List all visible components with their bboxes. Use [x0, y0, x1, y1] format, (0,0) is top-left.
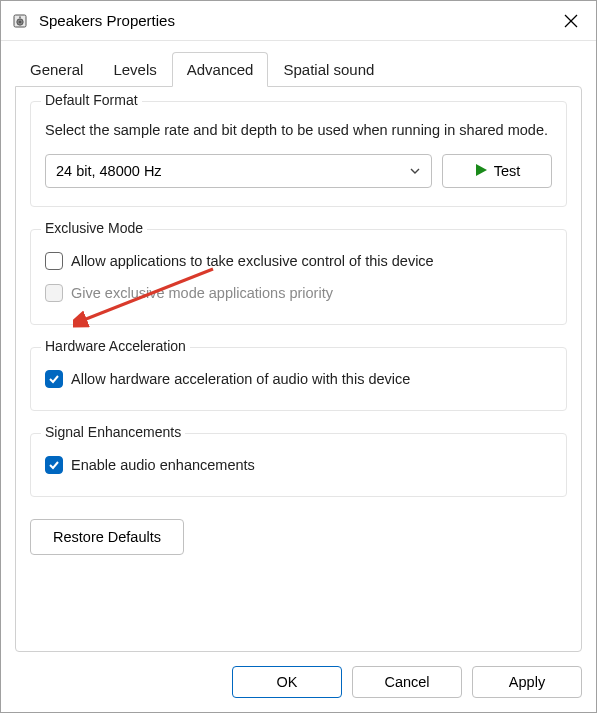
checkbox-label: Enable audio enhancements — [71, 457, 255, 473]
tab-general[interactable]: General — [15, 52, 98, 87]
default-format-desc: Select the sample rate and bit depth to … — [45, 120, 552, 140]
group-signal-enhancements: Signal Enhancements Enable audio enhance… — [30, 433, 567, 497]
close-icon — [564, 14, 578, 28]
tab-spatial[interactable]: Spatial sound — [268, 52, 389, 87]
format-row: 24 bit, 48000 Hz Test — [45, 154, 552, 188]
cancel-label: Cancel — [384, 674, 429, 690]
legend-hardware-accel: Hardware Acceleration — [41, 338, 190, 354]
ok-label: OK — [277, 674, 298, 690]
close-button[interactable] — [550, 6, 592, 36]
dialog-footer: OK Cancel Apply — [1, 666, 596, 712]
chevron-down-icon — [409, 165, 421, 177]
ok-button[interactable]: OK — [232, 666, 342, 698]
format-select-value: 24 bit, 48000 Hz — [56, 163, 162, 179]
cancel-button[interactable]: Cancel — [352, 666, 462, 698]
svg-point-2 — [19, 20, 22, 23]
tab-levels[interactable]: Levels — [98, 52, 171, 87]
checkbox-allow-exclusive[interactable]: Allow applications to take exclusive con… — [45, 252, 552, 270]
svg-marker-6 — [476, 164, 487, 176]
checkbox-label: Allow hardware acceleration of audio wit… — [71, 371, 410, 387]
checkbox-icon — [45, 456, 63, 474]
titlebar: Speakers Properties — [1, 1, 596, 41]
speaker-icon — [11, 12, 29, 30]
format-select[interactable]: 24 bit, 48000 Hz — [45, 154, 432, 188]
tab-panel-advanced: Default Format Select the sample rate an… — [15, 86, 582, 652]
legend-signal-enhancements: Signal Enhancements — [41, 424, 185, 440]
play-icon — [474, 163, 488, 180]
checkbox-hardware-accel[interactable]: Allow hardware acceleration of audio wit… — [45, 370, 552, 388]
properties-dialog: Speakers Properties General Levels Advan… — [0, 0, 597, 713]
checkbox-exclusive-priority: Give exclusive mode applications priorit… — [45, 284, 552, 302]
window-title: Speakers Properties — [39, 12, 550, 29]
legend-default-format: Default Format — [41, 92, 142, 108]
checkbox-label: Allow applications to take exclusive con… — [71, 253, 434, 269]
test-button[interactable]: Test — [442, 154, 552, 188]
apply-label: Apply — [509, 674, 545, 690]
checkbox-icon — [45, 370, 63, 388]
tab-advanced[interactable]: Advanced — [172, 52, 269, 87]
group-exclusive-mode: Exclusive Mode Allow applications to tak… — [30, 229, 567, 325]
tab-strip: General Levels Advanced Spatial sound — [1, 41, 596, 86]
apply-button[interactable]: Apply — [472, 666, 582, 698]
legend-exclusive-mode: Exclusive Mode — [41, 220, 147, 236]
restore-defaults-button[interactable]: Restore Defaults — [30, 519, 184, 555]
svg-point-3 — [19, 16, 21, 18]
checkbox-enable-enhancements[interactable]: Enable audio enhancements — [45, 456, 552, 474]
checkbox-icon — [45, 284, 63, 302]
checkbox-label: Give exclusive mode applications priorit… — [71, 285, 333, 301]
group-hardware-accel: Hardware Acceleration Allow hardware acc… — [30, 347, 567, 411]
group-default-format: Default Format Select the sample rate an… — [30, 101, 567, 207]
test-button-label: Test — [494, 163, 521, 179]
checkbox-icon — [45, 252, 63, 270]
restore-row: Restore Defaults — [30, 519, 567, 555]
restore-defaults-label: Restore Defaults — [53, 529, 161, 545]
